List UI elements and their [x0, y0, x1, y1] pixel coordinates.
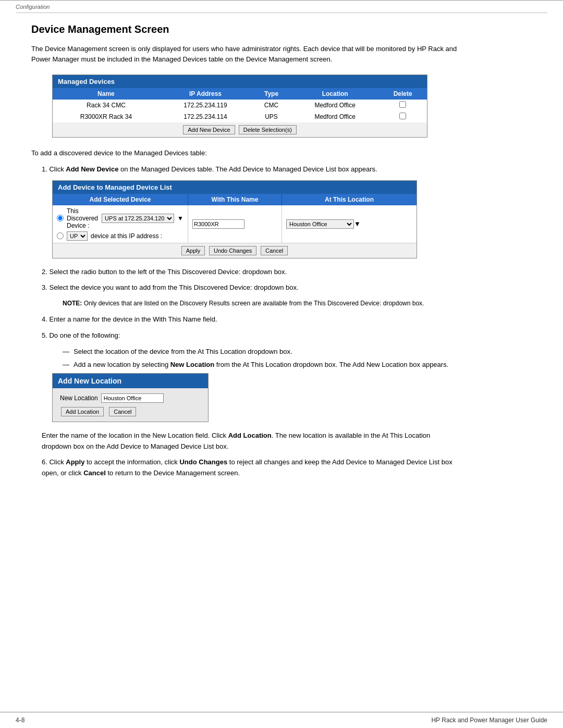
step2-text: Select the radio button to the left of t… — [49, 268, 287, 276]
col-name: Name — [53, 88, 160, 100]
step-intro: To add a discovered device to the Manage… — [31, 148, 459, 159]
bullet2-text: Add a new location by selecting New Loca… — [74, 360, 448, 370]
row1-delete[interactable] — [378, 100, 427, 111]
col2-header: With This Name — [188, 194, 282, 205]
table-actions: Add New Device Delete Selection(s) — [53, 122, 427, 138]
note-label: NOTE: — [63, 300, 82, 307]
breadcrumb-area: Configuration — [0, 0, 563, 13]
row1-ip: 172.25.234.119 — [160, 100, 251, 111]
bullet1-text: Select the location of the device from t… — [74, 347, 292, 357]
col-location: Location — [291, 88, 378, 100]
apply-button[interactable]: Apply — [181, 246, 205, 255]
row2-type: UPS — [251, 111, 291, 122]
step7-bold3: Cancel — [83, 469, 106, 477]
step5: 5. Do one of the following: — [42, 330, 459, 341]
row2-delete-checkbox[interactable] — [399, 113, 406, 119]
step1-bold: Add New Device — [66, 165, 118, 173]
step7-end: to return to the Device Management scree… — [106, 469, 240, 477]
add-device-title: Add Device to Managed Device List — [53, 181, 417, 194]
managed-devices-table: Managed Devices Name IP Address Type Loc… — [52, 75, 427, 138]
new-location-field-row: New Location — [60, 393, 201, 403]
breadcrumb: Configuration — [16, 4, 50, 10]
col-delete: Delete — [378, 88, 427, 100]
step7-pre: Click — [49, 458, 66, 466]
step4-text: Enter a name for the device in the With … — [49, 315, 217, 323]
col1-header: Add Selected Device — [53, 194, 188, 205]
step3: 3. Select the device you want to add fro… — [42, 282, 459, 293]
page-container: Configuration Device Management Screen T… — [0, 0, 563, 728]
new-location-label: New Location — [60, 394, 98, 402]
col-type: Type — [251, 88, 291, 100]
bullet2-post: from the At This Location dropdown box. … — [214, 361, 448, 368]
bullet1: — Select the location of the device from… — [63, 347, 459, 357]
footer-page-number: 4-8 — [16, 717, 25, 724]
device-name-input[interactable] — [192, 219, 244, 229]
row2-delete[interactable] — [378, 111, 427, 122]
table-row: Rack 34 CMC 172.25.234.119 CMC Medford O… — [53, 100, 427, 111]
step4: 4. Enter a name for the device in the Wi… — [42, 314, 459, 325]
row1-location: Medford Office — [291, 100, 378, 111]
discovered-device-dropdown[interactable]: UPS at 172.25.234.120 — [102, 214, 174, 223]
page-title: Device Management Screen — [31, 23, 532, 35]
note-text: Only devices that are listed on the Disc… — [82, 300, 424, 307]
radio-discovered[interactable] — [57, 215, 64, 221]
cancel-button[interactable]: Cancel — [261, 246, 288, 255]
radio2-label: device at this IP address : — [91, 232, 162, 240]
step6-pre: Enter the name of the location in the Ne… — [42, 431, 228, 439]
with-name-col — [188, 205, 282, 243]
step3-text: Select the device you want to add from t… — [49, 283, 298, 291]
content-area: Device Management Screen The Device Mana… — [0, 13, 563, 712]
step2: 2. Select the radio button to the left o… — [42, 267, 459, 278]
table-row: R3000XR Rack 34 172.25.234.114 UPS Medfo… — [53, 111, 427, 122]
add-new-device-button[interactable]: Add New Device — [183, 125, 235, 134]
step7: 6. Click Apply to accept the information… — [42, 457, 459, 479]
step6-bold1: Add Location — [228, 431, 272, 439]
row1-delete-checkbox[interactable] — [399, 101, 406, 108]
step1: 1. Click Add New Device on the Managed D… — [42, 164, 459, 175]
add-selected-col: This Discovered Device : UPS at 172.25.2… — [53, 205, 188, 243]
row1-name: Rack 34 CMC — [53, 100, 160, 111]
add-device-dialog: Add Device to Managed Device List Add Se… — [52, 180, 417, 258]
radio-ip[interactable] — [57, 232, 64, 239]
bullet2-bold: New Location — [170, 361, 215, 368]
row2-name: R3000XR Rack 34 — [53, 111, 160, 122]
location-dropdown-arrow-icon: ▼ — [354, 220, 361, 228]
add-location-button[interactable]: Add Location — [61, 407, 104, 416]
step1-text: Click — [49, 165, 66, 173]
device-type-dropdown[interactable]: UPS — [67, 231, 88, 241]
radio1-row: This Discovered Device : UPS at 172.25.2… — [57, 207, 183, 229]
note: NOTE: Only devices that are listed on th… — [63, 299, 427, 308]
row1-type: CMC — [251, 100, 291, 111]
managed-devices-title: Managed Devices — [53, 75, 427, 89]
row2-ip: 172.25.234.114 — [160, 111, 251, 122]
bullet2: — Add a new location by selecting New Lo… — [63, 360, 459, 370]
add-device-subheader: Add Selected Device With This Name At Th… — [53, 194, 417, 205]
add-device-action-row: Apply Undo Changes Cancel — [53, 243, 417, 258]
intro-text: The Device Management screen is only dis… — [31, 44, 459, 64]
location-dropdown[interactable]: Houston Office — [286, 219, 354, 229]
step6: Enter the name of the location in the Ne… — [42, 430, 459, 452]
delete-selections-button[interactable]: Delete Selection(s) — [239, 125, 297, 134]
col-ip: IP Address — [160, 88, 251, 100]
new-location-input[interactable] — [101, 393, 164, 403]
radio2-row: UPS device at this IP address : — [57, 231, 183, 241]
add-location-btn-row: Add Location Cancel — [60, 407, 201, 416]
step7-bold2: Undo Changes — [179, 458, 227, 466]
add-device-form: This Discovered Device : UPS at 172.25.2… — [53, 205, 417, 243]
step7-bold1: Apply — [66, 458, 84, 466]
add-location-body: New Location Add Location Cancel — [53, 388, 208, 422]
radio1-label: This Discovered Device : — [67, 207, 99, 229]
col3-header: At This Location — [282, 194, 417, 205]
add-location-cancel-button[interactable]: Cancel — [109, 407, 136, 416]
undo-changes-button[interactable]: Undo Changes — [209, 246, 256, 255]
add-location-dialog: Add New Location New Location Add Locati… — [52, 373, 209, 422]
row2-location: Medford Office — [291, 111, 378, 122]
footer-title: HP Rack and Power Manager User Guide — [431, 717, 547, 724]
add-location-title: Add New Location — [53, 374, 208, 388]
at-location-col: Houston Office ▼ — [282, 205, 417, 243]
dropdown-arrow-icon: ▼ — [177, 215, 183, 222]
step5-text: Do one of the following: — [49, 331, 120, 339]
bullet2-pre: Add a new location by selecting — [74, 361, 170, 368]
table-action-row: Add New Device Delete Selection(s) — [53, 122, 427, 138]
step7-mid: to accept the information, click — [84, 458, 179, 466]
